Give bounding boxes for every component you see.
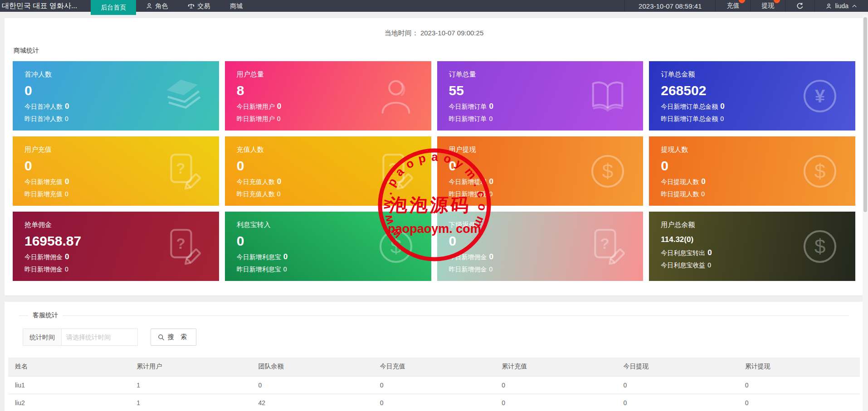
yesterday-label: 昨日新增充值 bbox=[24, 190, 63, 198]
nav-tab-label: 后台首页 bbox=[101, 0, 126, 15]
stat-card-total-orders: 订单总量 55 今日新增订单0 昨日新增订单0 bbox=[437, 61, 644, 131]
nav-tab-mall[interactable]: 商城 bbox=[220, 0, 253, 12]
local-time-value: 2023-10-07 09:00:25 bbox=[420, 29, 483, 37]
dollar-circle-icon bbox=[799, 150, 841, 192]
stat-card-first-recharge-users: 首冲人数 0 今日首冲人数0 昨日首冲人数0 bbox=[13, 61, 219, 131]
top-navbar: 대한민국 대표 영화사... 后台首页 角色 交易 商城 2023-10-07 … bbox=[0, 0, 868, 12]
today-value: 0 bbox=[707, 248, 712, 257]
search-button-label: 搜 索 bbox=[168, 333, 189, 341]
dollar-circle-icon bbox=[375, 226, 417, 267]
nav-tab-label: 角色 bbox=[155, 0, 168, 12]
cell-total-withdraw: 0 bbox=[738, 394, 860, 411]
yesterday-value: 0 bbox=[489, 115, 493, 122]
cell-total-users: 1 bbox=[130, 394, 251, 411]
mall-stats-title: 商城统计 bbox=[14, 47, 854, 55]
today-label: 今日首冲人数 bbox=[24, 103, 63, 110]
refresh-icon bbox=[796, 2, 804, 10]
cell-total-recharge: 0 bbox=[495, 394, 616, 411]
today-value: 0 bbox=[65, 252, 69, 261]
time-range-input[interactable] bbox=[62, 329, 138, 346]
today-label: 今日新增充值 bbox=[24, 178, 63, 185]
today-label: 今日新增订单 bbox=[449, 103, 487, 110]
today-label: 今日新增佣金 bbox=[449, 253, 487, 261]
refresh-button[interactable] bbox=[785, 0, 814, 12]
cell-name: liu1 bbox=[8, 376, 130, 394]
yesterday-value: 0 bbox=[277, 115, 281, 122]
withdraw-menu-item[interactable]: 提现 bbox=[750, 0, 785, 12]
stat-card-recharge-users: 充值人数 0 今日充值人数0 昨日充值人数0 bbox=[225, 136, 431, 206]
order-pad-icon bbox=[163, 226, 205, 267]
col-header-today-recharge: 今日充值 bbox=[373, 358, 495, 376]
today-value: 0 bbox=[720, 102, 724, 111]
yesterday-label: 昨日新增用户 bbox=[237, 115, 275, 122]
service-stats-table: 姓名 累计用户 团队余额 今日充值 累计充值 今日提现 累计提现 liu1 1 … bbox=[8, 358, 860, 411]
yesterday-label: 昨日新增订单总金额 bbox=[661, 115, 718, 122]
nav-tabs: 后台首页 角色 交易 商城 bbox=[91, 0, 253, 15]
overview-panel: 当地时间： 2023-10-07 09:00:25 商城统计 首冲人数 0 今日… bbox=[5, 18, 863, 295]
recharge-menu-item[interactable]: 充值 bbox=[715, 0, 750, 12]
stat-card-user-balance: 用户总余额 114.32(0) 今日利息宝转出0 今日利息宝收益0 bbox=[649, 212, 855, 281]
today-value: 0 bbox=[277, 177, 281, 186]
today-label: 今日新增用户 bbox=[237, 103, 275, 110]
stat-card-order-amount: 订单总金额 268502 今日新增订单总金额0 昨日新增订单总金额0 bbox=[649, 61, 855, 131]
search-button[interactable]: 搜 索 bbox=[151, 329, 196, 346]
yesterday-label: 昨日新增利息宝 bbox=[237, 266, 281, 273]
cell-total-users: 1 bbox=[130, 376, 251, 394]
order-pad-icon bbox=[587, 226, 629, 267]
user-menu[interactable]: liuda bbox=[814, 0, 868, 12]
user-icon bbox=[375, 75, 417, 117]
today-label: 今日新增佣金 bbox=[24, 253, 63, 261]
cell-today-recharge: 0 bbox=[373, 394, 495, 411]
order-pad-icon bbox=[375, 150, 417, 192]
cell-name: liu2 bbox=[8, 394, 130, 411]
stat-card-user-withdraw: 用户提现 0 今日新增提现0 昨日新增提现0 bbox=[437, 136, 644, 206]
yesterday-label: 昨日提现人数 bbox=[661, 190, 699, 198]
dollar-circle-icon bbox=[799, 226, 841, 267]
col-header-team-balance: 团队余额 bbox=[252, 358, 373, 376]
today-value: 0 bbox=[489, 102, 493, 111]
username: liuda bbox=[835, 2, 848, 10]
today-label: 今日新增利息宝 bbox=[237, 253, 281, 261]
today-value: 0 bbox=[283, 252, 288, 261]
search-row: 统计时间 搜 索 bbox=[23, 329, 849, 346]
yesterday-value: 0 bbox=[701, 190, 705, 198]
dollar-circle-icon bbox=[587, 150, 629, 192]
stat-card-order-commission: 抢单佣金 16958.87 今日新增佣金0 昨日新增佣金0 bbox=[13, 212, 219, 281]
scrollbar[interactable] bbox=[863, 15, 868, 411]
nav-tab-label: 交易 bbox=[197, 0, 210, 12]
yesterday-label: 昨日新增佣金 bbox=[24, 266, 63, 273]
cell-today-withdraw: 0 bbox=[616, 394, 738, 411]
nav-tab-dashboard[interactable]: 后台首页 bbox=[91, 0, 136, 15]
stat-cards-grid: 首冲人数 0 今日首冲人数0 昨日首冲人数0 用户总量 8 今日新增用户0 昨日… bbox=[13, 61, 855, 281]
recharge-label: 充值 bbox=[727, 2, 739, 10]
today-value: 0 bbox=[489, 177, 493, 186]
table-row: liu1 1 0 0 0 0 0 bbox=[8, 376, 860, 394]
col-header-today-withdraw: 今日提现 bbox=[616, 358, 738, 376]
layers-icon bbox=[163, 75, 205, 117]
today-label: 今日充值人数 bbox=[237, 178, 275, 185]
order-pad-icon bbox=[163, 150, 205, 192]
yesterday-value: 0 bbox=[283, 266, 287, 273]
chevron-up-icon bbox=[852, 4, 857, 8]
cell-total-recharge: 0 bbox=[495, 376, 616, 394]
today-value: 0 bbox=[65, 102, 69, 111]
today-label: 今日新增订单总金额 bbox=[661, 103, 718, 110]
time-label: 统计时间 bbox=[23, 329, 62, 346]
col-header-total-recharge: 累计充值 bbox=[495, 358, 616, 376]
nav-tab-trade[interactable]: 交易 bbox=[178, 0, 220, 12]
nav-tab-roles[interactable]: 角色 bbox=[136, 0, 178, 12]
scales-icon bbox=[188, 3, 195, 9]
yesterday-label: 昨日充值人数 bbox=[237, 190, 275, 198]
yesterday-label: 昨日新增提现 bbox=[449, 190, 487, 198]
cell-total-withdraw: 0 bbox=[738, 376, 860, 394]
user-avatar-icon bbox=[826, 3, 832, 9]
scrollbar-thumb[interactable] bbox=[863, 17, 867, 212]
service-panel: 客服统计 统计时间 搜 索 姓名 累计用户 团队余额 今日充值 累计充值 今日提… bbox=[5, 302, 863, 411]
table-header-row: 姓名 累计用户 团队余额 今日充值 累计充值 今日提现 累计提现 bbox=[8, 358, 860, 376]
col-header-name: 姓名 bbox=[8, 358, 130, 376]
local-time-label: 当地时间： bbox=[385, 29, 419, 37]
col-header-total-withdraw: 累计提现 bbox=[738, 358, 860, 376]
yesterday-value: 0 bbox=[65, 190, 68, 198]
service-fieldset: 客服统计 bbox=[19, 315, 849, 316]
book-icon bbox=[587, 75, 629, 117]
